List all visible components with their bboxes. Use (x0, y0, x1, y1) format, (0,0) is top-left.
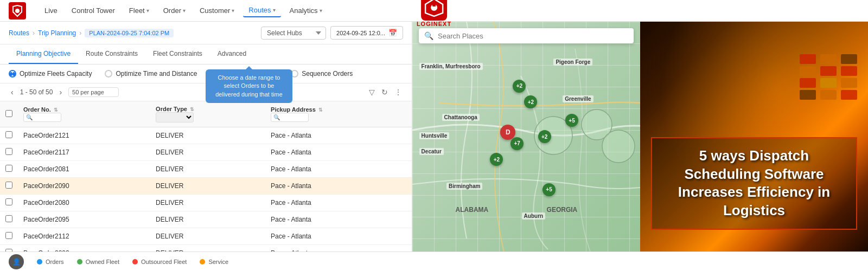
bottom-item-outsourced-fleet[interactable]: Outsourced Fleet (132, 259, 187, 265)
table-row: PaceOrder2112 DELIVER Pace - Atlanta (0, 228, 412, 245)
nav-item-fleet[interactable]: Fleet ▾ (124, 4, 155, 17)
table-row: PaceOrder2080 DELIVER Pace - Atlanta (0, 195, 412, 211)
filter-icon[interactable]: ▽ (368, 87, 376, 98)
filter-order-type-select[interactable] (156, 112, 194, 122)
th-order-no[interactable]: Order No. ⇅ (18, 101, 150, 127)
row-order-no: PaceOrder2090 (18, 178, 150, 195)
th-pickup-address[interactable]: Pickup Address ⇅ (265, 101, 412, 127)
row-order-no: PaceOrder2121 (18, 127, 150, 144)
table-row: PaceOrder2121 DELIVER Pace - Atlanta (0, 127, 412, 144)
row-checkbox[interactable] (5, 165, 12, 172)
table-row: PaceOrder2093 DELIVER Pace - Atlanta (0, 245, 412, 252)
map-pin-d: D (500, 125, 515, 140)
refresh-icon[interactable]: ↻ (380, 87, 389, 98)
th-order-type[interactable]: Order Type ⇅ (150, 101, 265, 127)
orders-label: Orders (46, 259, 64, 265)
bottom-item-orders[interactable]: Orders (37, 259, 64, 265)
th-pickup-label: Pickup Address (271, 106, 316, 113)
nav-item-analytics[interactable]: Analytics ▾ (284, 4, 328, 17)
prev-page-button[interactable]: ‹ (9, 87, 16, 98)
next-page-button[interactable]: › (57, 87, 64, 98)
row-checkbox-cell (0, 211, 18, 228)
row-checkbox[interactable] (5, 232, 12, 239)
radio-optimize-fleets[interactable]: Optimize Fleets Capacity (9, 70, 92, 78)
select-all-checkbox[interactable] (5, 110, 12, 117)
map-label-decatur: Decatur (419, 148, 444, 155)
filter-pickup-input[interactable] (271, 113, 309, 122)
row-checkbox[interactable] (5, 131, 12, 138)
tab-advanced[interactable]: Advanced (210, 44, 254, 64)
breadcrumb-sep1: › (33, 29, 35, 37)
user-avatar[interactable]: 👤 (9, 254, 24, 269)
row-checkbox[interactable] (5, 182, 12, 189)
headline-container: 5 ways Dispatch Scheduling Software Incr… (651, 137, 857, 230)
map-pin-plus2-4: +2 (490, 153, 503, 166)
service-label: Service (208, 259, 228, 265)
radio-sequence[interactable]: Sequence Orders (291, 70, 353, 78)
nav-item-control-tower[interactable]: Control Tower (66, 4, 120, 17)
row-order-type: DELIVER (150, 228, 265, 245)
app-logo[interactable] (9, 2, 26, 20)
row-pickup-address: Pace - Atlanta (265, 144, 412, 161)
order-chevron-icon: ▾ (183, 8, 186, 14)
row-order-type: DELIVER (150, 195, 265, 211)
row-order-no: PaceOrder2081 (18, 161, 150, 178)
map-pin-plus5-1: +5 (565, 114, 578, 127)
th-order-type-label: Order Type (156, 106, 187, 112)
tab-fleet-constraints[interactable]: Fleet Constraints (145, 44, 210, 64)
breadcrumb-trip-planning[interactable]: Trip Planning (38, 29, 76, 37)
analytics-chevron-icon: ▾ (320, 8, 322, 14)
radio-label-sequence: Sequence Orders (302, 70, 353, 78)
row-pickup-address: Pace - Atlanta (265, 127, 412, 144)
pagination-info: 1 - 50 of 50 (20, 88, 53, 96)
row-pickup-address: Pace - Atlanta (265, 178, 412, 195)
map-search-bar: 🔍 (419, 28, 634, 43)
row-order-type: DELIVER (150, 127, 265, 144)
tab-route-constraints[interactable]: Route Constraints (78, 44, 145, 64)
orders-dot-icon (37, 259, 42, 264)
nav-item-live[interactable]: Live (39, 4, 63, 17)
table-header-row: Order No. ⇅ Order Type ⇅ (0, 101, 412, 127)
per-page-select[interactable]: 50 per page 10 per page 25 per page 100 … (68, 87, 119, 97)
row-checkbox[interactable] (5, 148, 12, 155)
nav-item-routes[interactable]: Routes ▾ (243, 4, 280, 17)
select-hubs-dropdown[interactable]: Select Hubs (261, 27, 326, 40)
radio-circle-time (105, 70, 112, 78)
row-order-type: DELIVER (150, 161, 265, 178)
orders-table: Order No. ⇅ Order Type ⇅ (0, 101, 412, 251)
service-dot-icon (200, 259, 205, 264)
bottom-item-owned-fleet[interactable]: Owned Fleet (77, 259, 119, 265)
breadcrumb-routes[interactable]: Routes (9, 29, 29, 37)
map-label-georgia: GEORGIA (545, 205, 580, 214)
filter-order-no-input[interactable] (23, 113, 61, 122)
row-order-type: DELIVER (150, 178, 265, 195)
row-order-type: DELIVER (150, 144, 265, 161)
row-checkbox[interactable] (5, 215, 12, 222)
loginext-logo: LOGINEXT (417, 0, 451, 27)
row-order-no: PaceOrder2117 (18, 144, 150, 161)
row-order-type: DELIVER (150, 211, 265, 228)
row-checkbox-cell (0, 144, 18, 161)
bottom-item-service[interactable]: Service (200, 259, 228, 265)
nav-item-order[interactable]: Order ▾ (158, 4, 191, 17)
row-pickup-address: Pace - Atlanta (265, 245, 412, 252)
row-checkbox-cell (0, 195, 18, 211)
svg-point-1 (15, 9, 20, 13)
row-checkbox-cell (0, 127, 18, 144)
nav-item-customer[interactable]: Customer ▾ (194, 4, 240, 17)
headline-text: 5 ways Dispatch Scheduling Software Incr… (663, 147, 845, 220)
map-label-alabama: ALABAMA (454, 205, 491, 214)
row-checkbox[interactable] (5, 198, 12, 205)
radio-circle-fleets (9, 70, 16, 78)
map-search-input[interactable] (438, 32, 628, 40)
radio-optimize-time[interactable]: Optimize Time and Distance (105, 70, 197, 78)
more-icon[interactable]: ⋮ (393, 87, 403, 98)
row-pickup-address: Pace - Atlanta (265, 161, 412, 178)
row-checkbox-cell (0, 178, 18, 195)
date-range-button[interactable]: 2024-09-25 12:0... 📅 (330, 26, 403, 40)
tab-planning-objective[interactable]: Planning Objective (9, 44, 78, 64)
top-navigation: Live Control Tower Fleet ▾ Order ▾ Custo… (0, 0, 868, 22)
row-order-no: PaceOrder2080 (18, 195, 150, 211)
table-row: PaceOrder2081 DELIVER Pace - Atlanta (0, 161, 412, 178)
th-order-no-label: Order No. (23, 106, 51, 113)
